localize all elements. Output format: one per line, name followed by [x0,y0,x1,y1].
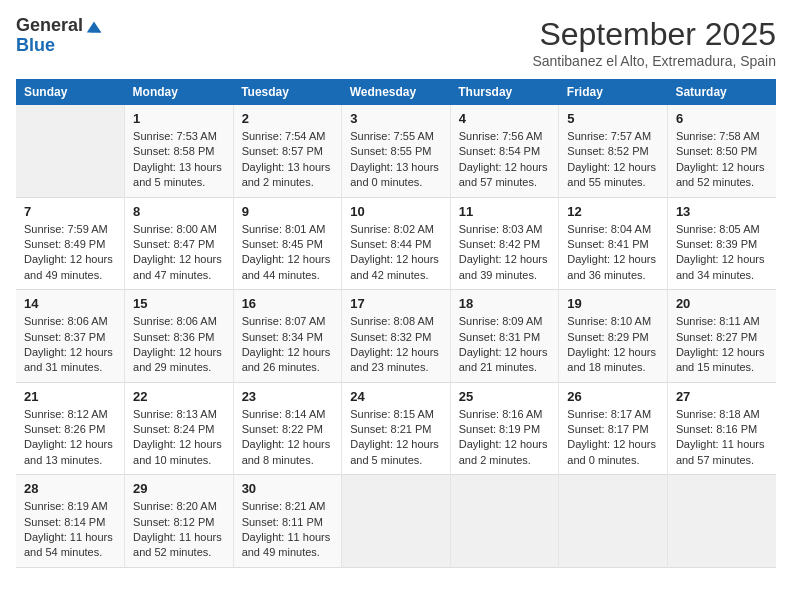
calendar-week-row: 21Sunrise: 8:12 AMSunset: 8:26 PMDayligh… [16,382,776,475]
calendar-cell: 22Sunrise: 8:13 AMSunset: 8:24 PMDayligh… [125,382,234,475]
calendar-cell: 30Sunrise: 8:21 AMSunset: 8:11 PMDayligh… [233,475,342,568]
calendar-cell [342,475,451,568]
weekday-header: Friday [559,79,668,105]
calendar-cell: 27Sunrise: 8:18 AMSunset: 8:16 PMDayligh… [667,382,776,475]
day-info: Sunrise: 7:54 AMSunset: 8:57 PMDaylight:… [242,129,334,191]
day-number: 3 [350,111,442,126]
day-number: 28 [24,481,116,496]
day-number: 20 [676,296,768,311]
day-number: 9 [242,204,334,219]
day-info: Sunrise: 8:19 AMSunset: 8:14 PMDaylight:… [24,499,116,561]
day-info: Sunrise: 8:17 AMSunset: 8:17 PMDaylight:… [567,407,659,469]
day-number: 22 [133,389,225,404]
calendar-cell: 15Sunrise: 8:06 AMSunset: 8:36 PMDayligh… [125,290,234,383]
day-info: Sunrise: 8:02 AMSunset: 8:44 PMDaylight:… [350,222,442,284]
day-info: Sunrise: 7:53 AMSunset: 8:58 PMDaylight:… [133,129,225,191]
logo-general: General [16,16,83,36]
logo-blue: Blue [16,36,103,56]
day-number: 27 [676,389,768,404]
month-title: September 2025 [532,16,776,53]
calendar-cell: 1Sunrise: 7:53 AMSunset: 8:58 PMDaylight… [125,105,234,197]
day-number: 14 [24,296,116,311]
location: Santibanez el Alto, Extremadura, Spain [532,53,776,69]
calendar-cell [16,105,125,197]
day-info: Sunrise: 8:16 AMSunset: 8:19 PMDaylight:… [459,407,551,469]
day-number: 2 [242,111,334,126]
day-info: Sunrise: 7:57 AMSunset: 8:52 PMDaylight:… [567,129,659,191]
weekday-header: Thursday [450,79,559,105]
day-info: Sunrise: 8:14 AMSunset: 8:22 PMDaylight:… [242,407,334,469]
calendar-cell: 3Sunrise: 7:55 AMSunset: 8:55 PMDaylight… [342,105,451,197]
calendar-cell: 19Sunrise: 8:10 AMSunset: 8:29 PMDayligh… [559,290,668,383]
day-info: Sunrise: 8:08 AMSunset: 8:32 PMDaylight:… [350,314,442,376]
day-number: 6 [676,111,768,126]
day-number: 16 [242,296,334,311]
calendar-cell [450,475,559,568]
calendar-cell: 13Sunrise: 8:05 AMSunset: 8:39 PMDayligh… [667,197,776,290]
logo-icon [85,18,103,36]
day-number: 11 [459,204,551,219]
day-number: 15 [133,296,225,311]
day-number: 23 [242,389,334,404]
day-info: Sunrise: 8:10 AMSunset: 8:29 PMDaylight:… [567,314,659,376]
calendar-cell: 14Sunrise: 8:06 AMSunset: 8:37 PMDayligh… [16,290,125,383]
logo-text: General Blue [16,16,103,56]
day-info: Sunrise: 8:01 AMSunset: 8:45 PMDaylight:… [242,222,334,284]
calendar-cell: 10Sunrise: 8:02 AMSunset: 8:44 PMDayligh… [342,197,451,290]
calendar-cell: 4Sunrise: 7:56 AMSunset: 8:54 PMDaylight… [450,105,559,197]
day-number: 12 [567,204,659,219]
day-number: 30 [242,481,334,496]
day-info: Sunrise: 8:09 AMSunset: 8:31 PMDaylight:… [459,314,551,376]
day-info: Sunrise: 8:15 AMSunset: 8:21 PMDaylight:… [350,407,442,469]
calendar-cell: 12Sunrise: 8:04 AMSunset: 8:41 PMDayligh… [559,197,668,290]
day-info: Sunrise: 8:18 AMSunset: 8:16 PMDaylight:… [676,407,768,469]
calendar-cell [559,475,668,568]
calendar-cell: 9Sunrise: 8:01 AMSunset: 8:45 PMDaylight… [233,197,342,290]
day-info: Sunrise: 8:00 AMSunset: 8:47 PMDaylight:… [133,222,225,284]
calendar-week-row: 1Sunrise: 7:53 AMSunset: 8:58 PMDaylight… [16,105,776,197]
weekday-header: Monday [125,79,234,105]
calendar-cell: 25Sunrise: 8:16 AMSunset: 8:19 PMDayligh… [450,382,559,475]
day-number: 24 [350,389,442,404]
logo: General Blue [16,16,103,56]
day-number: 13 [676,204,768,219]
day-info: Sunrise: 8:03 AMSunset: 8:42 PMDaylight:… [459,222,551,284]
calendar-cell: 28Sunrise: 8:19 AMSunset: 8:14 PMDayligh… [16,475,125,568]
day-info: Sunrise: 7:59 AMSunset: 8:49 PMDaylight:… [24,222,116,284]
day-number: 18 [459,296,551,311]
day-number: 5 [567,111,659,126]
weekday-header: Sunday [16,79,125,105]
day-number: 21 [24,389,116,404]
day-number: 17 [350,296,442,311]
calendar-header-row: SundayMondayTuesdayWednesdayThursdayFrid… [16,79,776,105]
day-info: Sunrise: 8:20 AMSunset: 8:12 PMDaylight:… [133,499,225,561]
calendar-cell: 18Sunrise: 8:09 AMSunset: 8:31 PMDayligh… [450,290,559,383]
day-info: Sunrise: 8:21 AMSunset: 8:11 PMDaylight:… [242,499,334,561]
calendar-cell [667,475,776,568]
calendar-cell: 5Sunrise: 7:57 AMSunset: 8:52 PMDaylight… [559,105,668,197]
day-number: 8 [133,204,225,219]
day-number: 10 [350,204,442,219]
day-number: 4 [459,111,551,126]
day-number: 29 [133,481,225,496]
weekday-header: Tuesday [233,79,342,105]
calendar-cell: 20Sunrise: 8:11 AMSunset: 8:27 PMDayligh… [667,290,776,383]
day-info: Sunrise: 7:56 AMSunset: 8:54 PMDaylight:… [459,129,551,191]
day-info: Sunrise: 8:06 AMSunset: 8:36 PMDaylight:… [133,314,225,376]
page-header: General Blue September 2025 Santibanez e… [16,16,776,69]
day-info: Sunrise: 8:05 AMSunset: 8:39 PMDaylight:… [676,222,768,284]
calendar-week-row: 7Sunrise: 7:59 AMSunset: 8:49 PMDaylight… [16,197,776,290]
day-number: 19 [567,296,659,311]
calendar-week-row: 28Sunrise: 8:19 AMSunset: 8:14 PMDayligh… [16,475,776,568]
day-info: Sunrise: 8:04 AMSunset: 8:41 PMDaylight:… [567,222,659,284]
day-number: 26 [567,389,659,404]
calendar-cell: 8Sunrise: 8:00 AMSunset: 8:47 PMDaylight… [125,197,234,290]
calendar-week-row: 14Sunrise: 8:06 AMSunset: 8:37 PMDayligh… [16,290,776,383]
calendar-cell: 11Sunrise: 8:03 AMSunset: 8:42 PMDayligh… [450,197,559,290]
day-info: Sunrise: 7:55 AMSunset: 8:55 PMDaylight:… [350,129,442,191]
day-info: Sunrise: 8:13 AMSunset: 8:24 PMDaylight:… [133,407,225,469]
calendar-cell: 23Sunrise: 8:14 AMSunset: 8:22 PMDayligh… [233,382,342,475]
calendar-table: SundayMondayTuesdayWednesdayThursdayFrid… [16,79,776,568]
calendar-cell: 24Sunrise: 8:15 AMSunset: 8:21 PMDayligh… [342,382,451,475]
day-number: 25 [459,389,551,404]
